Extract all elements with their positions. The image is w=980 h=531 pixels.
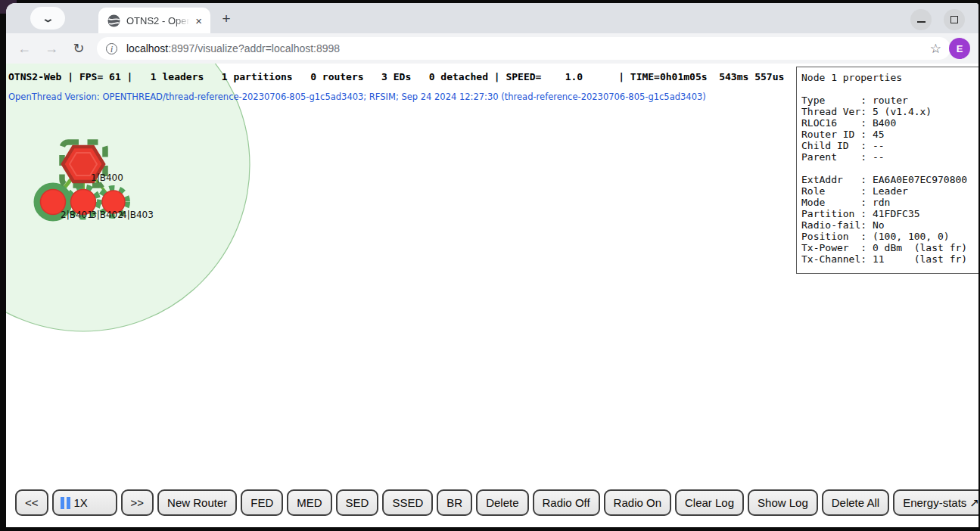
browser-window: ⌄ OTNS2 - OpenThread Ne × + ← → ↻ i loca…: [6, 3, 978, 527]
simulation-status-bar: OTNS2-Web | FPS= 61 | 1 leaders 1 partit…: [8, 71, 784, 82]
panel-line-tx-channel: Tx-Channel: 11 (last fr): [801, 253, 978, 265]
delete-button[interactable]: Delete: [476, 489, 528, 516]
minimize-button[interactable]: [910, 9, 932, 30]
speed-label: 1X: [74, 496, 88, 509]
speed-down-button[interactable]: <<: [15, 489, 48, 516]
speed-up-button[interactable]: >>: [121, 489, 154, 516]
profile-avatar[interactable]: E: [949, 38, 970, 59]
openthread-version-line: OpenThread Version: OPENTHREAD/thread-re…: [8, 92, 706, 102]
panel-line-parent: Parent : --: [801, 151, 978, 163]
forward-icon[interactable]: →: [42, 41, 61, 57]
url-text: localhost:8997/visualize?addr=localhost:…: [126, 42, 340, 54]
node-4-label: 4|B403: [121, 210, 154, 220]
node-properties-panel: Node 1 properties Type : router Thread V…: [796, 67, 978, 274]
tab-bar: ⌄ OTNS2 - OpenThread Ne × +: [6, 3, 978, 33]
new-tab-button[interactable]: +: [216, 9, 236, 29]
panel-line-radio-fail: Radio-fail: No: [801, 219, 978, 231]
new-router-button[interactable]: New Router: [157, 489, 237, 516]
bookmark-star-icon[interactable]: ☆: [930, 41, 941, 57]
panel-title: Node 1 properties: [801, 72, 978, 83]
pause-icon: [61, 497, 70, 509]
panel-line-child-id: Child ID : --: [801, 140, 978, 151]
url-path: :8997/visualize?addr=localhost:8998: [168, 42, 340, 54]
panel-line-role: Role : Leader: [801, 185, 978, 197]
reload-icon[interactable]: ↻: [70, 40, 88, 57]
chevron-down-icon: ⌄: [41, 13, 54, 24]
action-button-bar: << 1X >> New Router FED MED SED SSED BR …: [15, 489, 978, 516]
page-info-icon[interactable]: i: [106, 43, 117, 54]
br-button[interactable]: BR: [437, 489, 472, 516]
site-favicon-icon: [107, 14, 120, 27]
panel-line-type: Type : router: [801, 95, 978, 106]
clear-log-button[interactable]: Clear Log: [675, 489, 744, 516]
panel-line-partition: Partition : 41FDFC35: [801, 208, 978, 219]
radio-on-button[interactable]: Radio On: [604, 489, 671, 516]
window-controls: [910, 9, 965, 30]
speed-pause-button[interactable]: 1X: [52, 489, 117, 516]
back-icon[interactable]: ←: [15, 41, 33, 57]
show-log-button[interactable]: Show Log: [748, 489, 818, 516]
maximize-button[interactable]: [944, 9, 965, 30]
fed-button[interactable]: FED: [241, 489, 283, 516]
panel-line-mode: Mode : rdn: [801, 197, 978, 208]
tab-close-icon[interactable]: ×: [193, 14, 204, 28]
minimize-icon: [917, 21, 926, 23]
panel-line-position: Position : (100, 100, 0): [801, 231, 978, 242]
panel-line-thread-ver: Thread Ver: 5 (v1.4.x): [801, 106, 978, 117]
panel-line-tx-power: Tx-Power : 0 dBm (last fr): [801, 242, 978, 253]
tab-title: OTNS2 - OpenThread Ne: [126, 15, 190, 26]
node-3-label: 3|B402: [91, 210, 123, 220]
network-canvas[interactable]: [6, 64, 309, 442]
radio-off-button[interactable]: Radio Off: [533, 489, 600, 516]
panel-line-router-id: Router ID : 45: [801, 129, 978, 140]
panel-line: [801, 83, 978, 95]
node-2-label: 2|B401: [61, 210, 93, 220]
energy-stats-button[interactable]: Energy-stats ↗: [893, 489, 978, 516]
tab-search-button[interactable]: ⌄: [30, 7, 65, 30]
panel-line: [801, 163, 978, 174]
browser-tab[interactable]: OTNS2 - OpenThread Ne ×: [98, 8, 210, 33]
ssed-button[interactable]: SSED: [382, 489, 433, 516]
node-1-label: 1|B400: [91, 172, 123, 183]
browser-toolbar: ← → ↻ i localhost:8997/visualize?addr=lo…: [6, 33, 978, 64]
panel-line-extaddr: ExtAddr : EA6A0E07EC970800: [801, 174, 978, 185]
panel-line-rloc16: RLOC16 : B400: [801, 117, 978, 129]
med-button[interactable]: MED: [287, 489, 331, 516]
otns-page: OTNS2-Web | FPS= 61 | 1 leaders 1 partit…: [6, 64, 978, 527]
delete-all-button[interactable]: Delete All: [822, 489, 889, 516]
maximize-icon: [950, 16, 958, 23]
sed-button[interactable]: SED: [336, 489, 379, 516]
url-host: localhost: [126, 42, 168, 54]
address-bar[interactable]: i localhost:8997/visualize?addr=localhos…: [97, 37, 950, 60]
